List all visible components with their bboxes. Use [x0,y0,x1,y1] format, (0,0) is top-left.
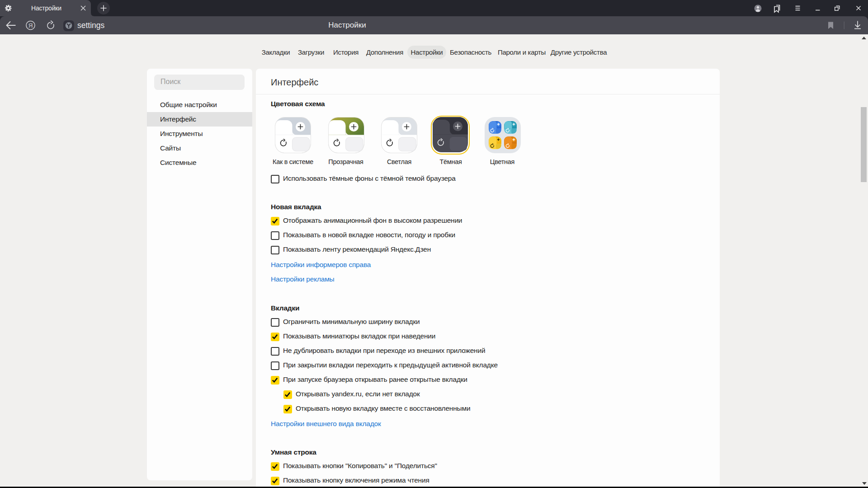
svg-text:Я: Я [28,22,33,29]
